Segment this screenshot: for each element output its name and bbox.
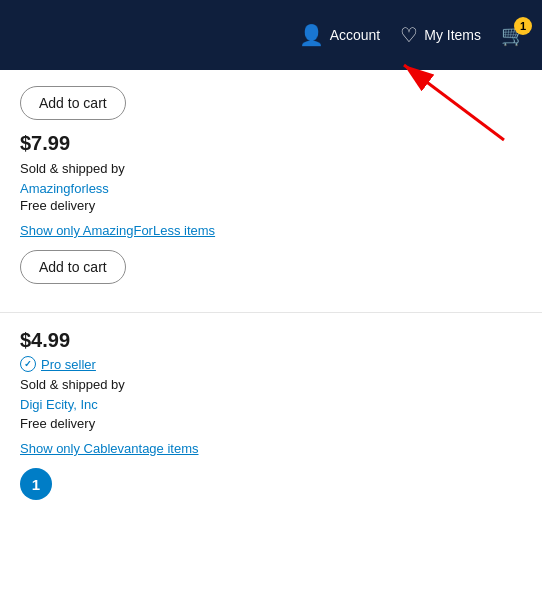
add-to-cart-button-1b[interactable]: Add to cart <box>20 250 126 284</box>
product1-show-only-link[interactable]: Show only AmazingForLess items <box>20 223 522 238</box>
header: 👤 Account ♡ My Items 🛒 1 <box>0 0 542 70</box>
account-link[interactable]: 👤 Account <box>299 23 381 47</box>
product2-free-delivery: Free delivery <box>20 416 522 431</box>
product1-free-delivery: Free delivery <box>20 198 522 213</box>
pro-seller-label[interactable]: Pro seller <box>41 357 96 372</box>
product2-sold-shipped: Sold & shipped by Digi Ecity, Inc <box>20 375 522 414</box>
account-label: Account <box>330 27 381 43</box>
cart-badge: 1 <box>514 17 532 35</box>
my-items-label: My Items <box>424 27 481 43</box>
account-icon: 👤 <box>299 23 324 47</box>
product-section-1: Add to cart $7.99 Sold & shipped by Amaz… <box>0 70 542 313</box>
main-content: Add to cart $7.99 Sold & shipped by Amaz… <box>0 70 542 516</box>
add-to-cart-button-1[interactable]: Add to cart <box>20 86 126 120</box>
product1-sold-shipped: Sold & shipped by Amazingforless <box>20 159 522 198</box>
product2-show-only-link[interactable]: Show only Cablevantage items <box>20 441 522 456</box>
pro-seller-icon: ✓ <box>20 356 36 372</box>
product2-price: $4.99 <box>20 329 522 352</box>
pro-seller-wrapper: ✓ Pro seller <box>20 356 522 372</box>
cart-wrapper[interactable]: 🛒 1 <box>501 23 526 47</box>
product1-seller-name[interactable]: Amazingforless <box>20 181 109 196</box>
product2-seller-name[interactable]: Digi Ecity, Inc <box>20 397 98 412</box>
page-number-badge[interactable]: 1 <box>20 468 52 500</box>
my-items-link[interactable]: ♡ My Items <box>400 23 481 47</box>
heart-icon: ♡ <box>400 23 418 47</box>
product-section-2: $4.99 ✓ Pro seller Sold & shipped by Dig… <box>0 313 542 516</box>
product1-price: $7.99 <box>20 132 522 155</box>
